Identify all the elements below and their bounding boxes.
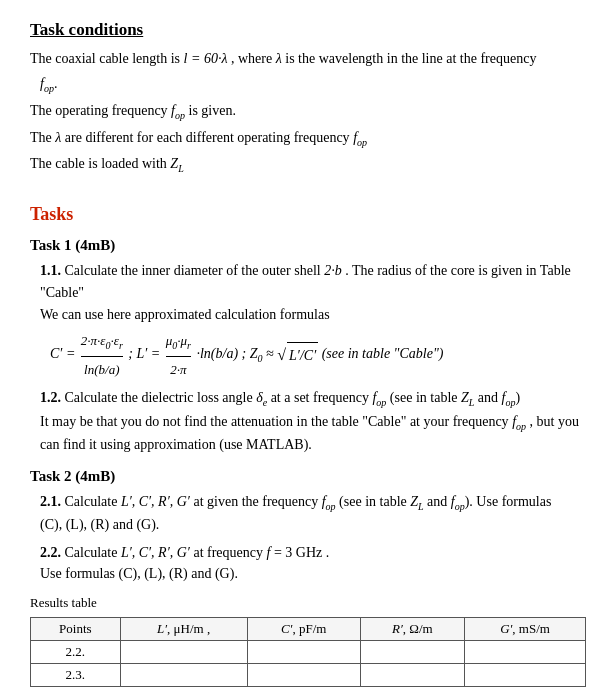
intro-line1: The coaxial cable length is l = 60·λ , w…	[30, 48, 586, 69]
formula-z-label: Z0 ≈	[250, 346, 277, 361]
task1-sub1-label: 1.1.	[40, 263, 61, 278]
intro-formula-l: l = 60·λ	[184, 51, 228, 66]
task2-sub1-line2: (C), (L), (R) and (G).	[40, 514, 586, 536]
row22-R	[360, 640, 464, 663]
formula-l-frac: μ0·μr 2·π	[166, 329, 191, 381]
intro-line1-text: The coaxial cable length is	[30, 51, 184, 66]
row22-C	[247, 640, 360, 663]
task1-formula-line: C′ = 2·π·ε0·εr ln(b/a) ; L′ = μ0·μr 2·π …	[50, 329, 586, 381]
results-col-L: L′, μH/m ,	[120, 617, 247, 640]
results-table-header-row: Points L′, μH/m , C′, pF/m R′, Ω/m G′, m…	[31, 617, 586, 640]
task1-sub2-line2: It may be that you do not find the atten…	[40, 411, 586, 434]
task1-sub1-line1: 1.1. Calculate the inner diameter of the…	[40, 260, 586, 303]
formula-l-den: 2·π	[170, 357, 186, 381]
row22-point: 2.2.	[31, 640, 121, 663]
intro-lambda: λ	[276, 51, 282, 66]
results-col-G: G′, mS/m	[465, 617, 586, 640]
formula-l-num: μ0·μr	[166, 329, 191, 357]
tasks-heading: Tasks	[30, 204, 586, 225]
row22-G	[465, 640, 586, 663]
task1-sub2-line1: 1.2. Calculate the dielectric loss angle…	[40, 387, 586, 410]
formula-c-frac: 2·π·ε0·εr ln(b/a)	[81, 329, 123, 381]
row23-C	[247, 663, 360, 686]
formula-c-den: ln(b/a)	[84, 357, 119, 381]
task2-sub2-label: 2.2.	[40, 545, 61, 560]
table-row: 2.2.	[31, 640, 586, 663]
formula-l-end: ·ln(b/a) ;	[196, 346, 249, 361]
task2-sub2-line1: 2.2. Calculate L′, C′, R′, G′ at frequen…	[40, 542, 586, 564]
row23-R	[360, 663, 464, 686]
task1-sub2-label: 1.2.	[40, 390, 61, 405]
task1-title: Task 1 (4mB)	[30, 237, 586, 254]
intro-line1-where: , where	[231, 51, 276, 66]
formula-c-label: C′ =	[50, 346, 79, 361]
row22-L	[120, 640, 247, 663]
results-col-R: R′, Ω/m	[360, 617, 464, 640]
results-table: Points L′, μH/m , C′, pF/m R′, Ω/m G′, m…	[30, 617, 586, 687]
row23-point: 2.3.	[31, 663, 121, 686]
sqrt-content: L′/C′	[287, 342, 318, 368]
intro-line1-is: is the wavelength in the line at the fre…	[285, 51, 536, 66]
task2-title: Task 2 (4mB)	[30, 468, 586, 485]
task2-sub1-label: 2.1.	[40, 494, 61, 509]
intro-line2: The operating frequency fop is given.	[30, 100, 586, 123]
results-label: Results table	[30, 595, 586, 611]
task1-sub2-line3: can find it using approximation (use MAT…	[40, 434, 586, 456]
formula-c-num: 2·π·ε0·εr	[81, 329, 123, 357]
task2-sub1: 2.1. Calculate L′, C′, R′, G′ at given t…	[40, 491, 586, 536]
intro-line4: The cable is loaded with ZL	[30, 153, 586, 176]
task1-sub2: 1.2. Calculate the dielectric loss angle…	[40, 387, 586, 455]
page-title: Task conditions	[30, 20, 586, 40]
intro-fop-sub: op	[44, 83, 54, 94]
row23-L	[120, 663, 247, 686]
intro-line3: The λ are different for each different o…	[30, 127, 586, 150]
task1-sub1: 1.1. Calculate the inner diameter of the…	[40, 260, 586, 381]
task2-sub1-line1: 2.1. Calculate L′, C′, R′, G′ at given t…	[40, 491, 586, 514]
row23-G	[465, 663, 586, 686]
results-col-C: C′, pF/m	[247, 617, 360, 640]
results-col-points: Points	[31, 617, 121, 640]
intro-f-op: fop.	[40, 73, 586, 96]
task1-sub1-line2: We can use here approximated calculation…	[40, 304, 586, 326]
formula-z-sqrt: √ L′/C′	[277, 341, 318, 370]
table-row: 2.3.	[31, 663, 586, 686]
formula-l-label: L′ =	[136, 346, 163, 361]
task2-sub2-line2: Use formulas (C), (L), (R) and (G).	[40, 563, 586, 585]
formula-z-end: (see in table "Cable")	[322, 346, 444, 361]
task2-sub2: 2.2. Calculate L′, C′, R′, G′ at frequen…	[40, 542, 586, 585]
sqrt-symbol: √	[277, 341, 286, 370]
